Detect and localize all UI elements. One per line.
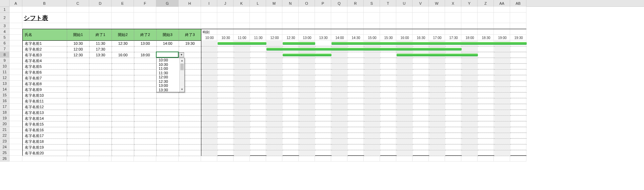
row-header-11[interactable]: 11 <box>0 69 9 75</box>
name-cell[interactable]: 名字名前11 <box>23 98 67 104</box>
time-cell[interactable] <box>134 81 157 87</box>
name-cell[interactable]: 名字名前3 <box>23 52 67 58</box>
name-cell[interactable]: 名字名前18 <box>23 139 67 145</box>
col-header-K[interactable]: K <box>234 0 250 7</box>
row-header-3[interactable]: 3 <box>0 23 9 29</box>
time-cell[interactable] <box>67 81 89 87</box>
time-cell[interactable] <box>89 133 112 139</box>
dropdown-scrollbar[interactable]: ▲ ▼ <box>179 58 184 92</box>
col-header-A[interactable]: A <box>9 0 22 7</box>
time-cell[interactable] <box>112 75 134 81</box>
col-header-Z[interactable]: Z <box>478 0 494 7</box>
time-cell[interactable] <box>157 93 179 98</box>
time-cell[interactable] <box>67 58 89 64</box>
time-cell[interactable] <box>89 150 112 156</box>
name-cell[interactable]: 名字名前1 <box>23 41 67 46</box>
col-header-E[interactable]: E <box>112 0 134 7</box>
time-cell[interactable] <box>112 87 134 93</box>
time-cell[interactable] <box>134 64 157 70</box>
time-cell[interactable] <box>157 139 179 145</box>
time-cell[interactable] <box>89 75 112 81</box>
time-cell[interactable] <box>89 116 112 121</box>
time-cell[interactable] <box>179 127 201 133</box>
time-cell[interactable] <box>89 145 112 150</box>
time-cell[interactable] <box>134 93 157 98</box>
time-cell[interactable] <box>67 70 89 75</box>
time-cell[interactable] <box>89 58 112 64</box>
col-header-H[interactable]: H <box>179 0 201 7</box>
row-header-7[interactable]: 7 <box>0 46 9 52</box>
row-header-17[interactable]: 17 <box>0 104 9 110</box>
time-cell[interactable] <box>134 98 157 104</box>
time-cell[interactable]: 17:30 <box>89 46 112 52</box>
row-header-21[interactable]: 21 <box>0 127 9 133</box>
col-header-F[interactable]: F <box>134 0 156 7</box>
col-header-Y[interactable]: Y <box>461 0 478 7</box>
time-cell[interactable] <box>179 116 201 121</box>
time-cell[interactable] <box>112 64 134 70</box>
col-header-G[interactable]: G <box>156 0 179 7</box>
time-cell[interactable] <box>89 121 112 127</box>
row-header-10[interactable]: 10 <box>0 63 9 69</box>
time-cell[interactable] <box>179 133 201 139</box>
time-cell[interactable]: 19:30 <box>179 41 201 46</box>
time-cell[interactable] <box>179 139 201 145</box>
dropdown-button[interactable]: ▼ <box>179 52 184 57</box>
time-cell[interactable]: 16:00 <box>112 52 134 58</box>
time-cell[interactable] <box>157 46 179 52</box>
time-cell[interactable] <box>179 46 201 52</box>
time-cell[interactable] <box>67 75 89 81</box>
name-cell[interactable]: 名字名前20 <box>23 150 67 156</box>
row-header-16[interactable]: 16 <box>0 98 9 104</box>
col-header-U[interactable]: U <box>396 0 412 7</box>
time-cell[interactable] <box>67 133 89 139</box>
time-cell[interactable]: 13:00 <box>134 41 157 46</box>
validation-dropdown[interactable]: 10:0010:3011:0011:3012:0012:3013:0013:30… <box>156 58 185 92</box>
time-cell[interactable] <box>112 46 134 52</box>
name-cell[interactable]: 名字名前10 <box>23 93 67 98</box>
time-cell[interactable] <box>179 104 201 110</box>
scroll-up-icon[interactable]: ▲ <box>180 58 184 63</box>
col-header-I[interactable]: I <box>201 0 217 7</box>
row-header-9[interactable]: 9 <box>0 58 9 63</box>
time-cell[interactable]: 12:30 <box>67 52 89 58</box>
col-header-C[interactable]: C <box>67 0 89 7</box>
col-header-M[interactable]: M <box>266 0 282 7</box>
row-header-6[interactable]: 6 <box>0 40 9 46</box>
time-cell[interactable] <box>134 116 157 121</box>
time-cell[interactable] <box>157 121 179 127</box>
time-cell[interactable] <box>157 98 179 104</box>
col-header-B[interactable]: B <box>22 0 67 7</box>
time-cell[interactable] <box>89 139 112 145</box>
time-cell[interactable] <box>112 127 134 133</box>
time-cell[interactable] <box>134 121 157 127</box>
time-cell[interactable] <box>67 121 89 127</box>
time-cell[interactable] <box>134 75 157 81</box>
time-cell[interactable] <box>112 98 134 104</box>
time-cell[interactable] <box>89 98 112 104</box>
col-header-AB[interactable]: AB <box>510 0 526 7</box>
row-header-18[interactable]: 18 <box>0 110 9 115</box>
col-header-J[interactable]: J <box>217 0 234 7</box>
row-header-22[interactable]: 22 <box>0 133 9 138</box>
name-cell[interactable]: 名字名前5 <box>23 64 67 70</box>
col-header-T[interactable]: T <box>380 0 396 7</box>
time-cell[interactable] <box>67 104 89 110</box>
name-cell[interactable]: 名字名前13 <box>23 110 67 116</box>
time-cell[interactable] <box>134 110 157 116</box>
time-cell[interactable] <box>112 70 134 75</box>
name-cell[interactable]: 名字名前9 <box>23 87 67 93</box>
col-header-N[interactable]: N <box>282 0 299 7</box>
row-header-19[interactable]: 19 <box>0 115 9 121</box>
time-cell[interactable]: 13:30 <box>89 52 112 58</box>
time-cell[interactable] <box>112 110 134 116</box>
name-cell[interactable]: 名字名前19 <box>23 145 67 150</box>
time-cell[interactable] <box>134 46 157 52</box>
time-cell[interactable] <box>157 150 179 156</box>
time-cell[interactable] <box>157 104 179 110</box>
time-cell[interactable] <box>112 139 134 145</box>
row-header-24[interactable]: 24 <box>0 144 9 150</box>
time-cell[interactable] <box>89 70 112 75</box>
time-cell[interactable] <box>67 93 89 98</box>
row-header-13[interactable]: 13 <box>0 81 9 87</box>
